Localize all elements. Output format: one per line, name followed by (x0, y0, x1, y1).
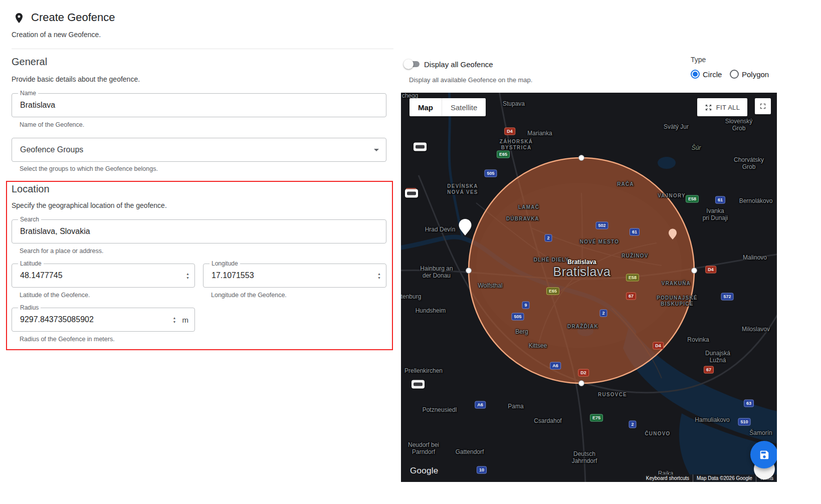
map-badge-marker (412, 380, 425, 389)
map-label: Hamuliakovo (695, 416, 729, 423)
map-label: ČUNOVO (645, 431, 670, 437)
map-label: Slovenský Grob (720, 118, 758, 132)
map-label: Ivanka pri Dunaji (703, 207, 728, 222)
radius-field-helper: Radius of the Geofence in meters. (20, 336, 115, 343)
longitude-field-helper: Longitude of the Geofence. (211, 292, 287, 299)
map-canvas[interactable]: cheggStupavaMariankaZÁHORSKÁ BYSTRICASvä… (401, 93, 777, 482)
map-label: Marianka (527, 130, 552, 137)
road-shield: D4 (504, 128, 515, 135)
map-label: Rovinka (687, 336, 709, 343)
name-field[interactable]: Name (12, 93, 386, 117)
radius-stepper[interactable]: ▲ ▼ (173, 316, 176, 324)
general-section-description: Provide basic details about the geofence… (12, 75, 140, 83)
search-field-helper: Search for a place or address. (20, 247, 103, 255)
map-label: Potzneusiedl (423, 406, 457, 413)
map-label: Kittsee (529, 342, 547, 349)
road-shield: 9 (522, 302, 529, 309)
spinner-up-icon[interactable]: ▲ (173, 316, 176, 320)
spinner-up-icon[interactable]: ▲ (186, 272, 189, 276)
map-label: RUSOVCE (598, 392, 627, 398)
road-shield: 61 (630, 228, 640, 236)
map-data-text: Map Data ©2026 Google (693, 474, 756, 482)
latitude-stepper[interactable]: ▲ ▼ (186, 272, 189, 280)
longitude-field[interactable]: Longitude ▲ ▼ (203, 264, 386, 288)
longitude-stepper[interactable]: ▲ ▼ (377, 272, 381, 280)
road-shield: 505 (511, 313, 524, 321)
header-divider (12, 49, 393, 49)
road-shield: E65 (497, 151, 510, 158)
map-label: Chorvátsky Grob (734, 156, 764, 171)
radio-polygon[interactable]: Polygon (730, 70, 769, 79)
radius-input[interactable] (20, 308, 169, 331)
latitude-field-helper: Latitude of the Geofence. (20, 292, 90, 299)
name-field-helper: Name of the Geofence. (20, 121, 84, 128)
latitude-input[interactable] (20, 264, 182, 287)
road-shield: E58 (626, 274, 639, 282)
save-geofence-button[interactable] (750, 441, 777, 468)
spinner-up-icon[interactable]: ▲ (377, 272, 381, 276)
map-view-button[interactable]: Map (409, 98, 442, 116)
spinner-down-icon[interactable]: ▼ (173, 320, 176, 324)
geofence-groups-helper: Select the groups to which the Geofence … (20, 165, 158, 172)
latitude-field[interactable]: Latitude ▲ ▼ (12, 264, 195, 288)
road-shield: 502 (595, 222, 608, 229)
longitude-field-label: Longitude (210, 260, 240, 267)
radio-circle-icon (691, 70, 700, 79)
toggle-thumb (403, 59, 414, 69)
name-input[interactable] (20, 94, 382, 117)
search-input[interactable] (20, 220, 382, 243)
map-label: Neudorf bei Parndorf (408, 441, 439, 456)
radio-circle[interactable]: Circle (691, 70, 722, 79)
spinner-down-icon[interactable]: ▼ (377, 276, 381, 280)
fullscreen-button[interactable] (755, 98, 771, 114)
location-section-description: Specify the geographical location of the… (12, 201, 167, 209)
map-label: Deutsch Jahrndorf (572, 450, 597, 465)
road-shield: 67 (704, 366, 714, 374)
road-shield: 63 (744, 400, 754, 407)
map-label: NOVÉ MESTO (580, 239, 620, 245)
road-shield: 10 (477, 466, 487, 474)
location-section-title: Location (12, 183, 50, 195)
road-shield: 572 (721, 293, 733, 301)
general-section-title: General (12, 56, 47, 68)
map-label: Stupava (503, 100, 525, 107)
page-subtitle: Creation of a new Geofence. (12, 31, 101, 39)
map-label: Pama (508, 403, 523, 410)
road-shield: E58 (686, 195, 699, 203)
display-all-geofence-toggle[interactable] (404, 60, 421, 68)
radio-polygon-label: Polygon (742, 70, 769, 79)
map-label: Bernolákovo (739, 197, 773, 204)
road-shield: 505 (484, 170, 497, 177)
search-field-label: Search (18, 216, 41, 223)
spinner-down-icon[interactable]: ▼ (186, 276, 189, 280)
fit-all-label: FIT ALL (716, 104, 740, 111)
name-field-label: Name (18, 90, 38, 97)
type-label: Type (691, 56, 706, 64)
radius-field[interactable]: Radius ▲ ▼ m (12, 308, 195, 332)
longitude-input[interactable] (212, 264, 373, 287)
map-label: VRAKUŇA (662, 281, 691, 287)
fit-all-button[interactable]: FIT ALL (697, 98, 747, 116)
map-label: Dunajská Lužná (705, 350, 730, 364)
road-shield: A6 (550, 362, 561, 370)
map-label: RUŽINOV (622, 253, 648, 259)
map-type-control: Map Satellite (409, 98, 486, 116)
search-field[interactable]: Search (12, 219, 386, 243)
satellite-view-button[interactable]: Satellite (442, 98, 486, 116)
map-label: Miloslavov (742, 326, 770, 333)
map-badge-marker (414, 143, 427, 151)
road-shield: 2 (544, 234, 552, 242)
road-shield: D4 (705, 266, 716, 274)
map-label: ZÁHORSKÁ BYSTRICA (500, 139, 533, 151)
map-label: Csardahof (534, 417, 561, 424)
chevron-down-icon (374, 149, 379, 151)
map-label: LAMAČ (518, 204, 539, 210)
geofence-groups-select[interactable]: Geofence Groups (12, 138, 386, 162)
keyboard-shortcuts-link[interactable]: Keyboard shortcuts (643, 474, 693, 482)
map-label: DEVÍNSKA NOVÁ VES (447, 183, 478, 195)
map-label: DÚBRAVKA (506, 216, 539, 222)
display-all-geofence-label: Display all Geofence (424, 60, 493, 69)
radius-field-label: Radius (18, 304, 41, 311)
display-all-geofence-helper: Display all available Geofence on the ma… (409, 76, 532, 84)
map-label: Šamorín (749, 429, 772, 436)
